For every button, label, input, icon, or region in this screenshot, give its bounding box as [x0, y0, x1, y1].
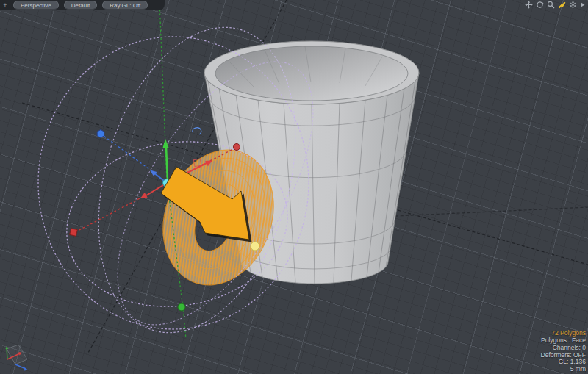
- gizmo-z-axis[interactable]: [97, 130, 167, 184]
- stat-grid-size: 5 mm: [541, 366, 586, 373]
- screen-rotate-curl-icon[interactable]: [193, 128, 201, 134]
- x-ring-handle-2[interactable]: [234, 144, 240, 151]
- viewport-toolbar: [525, 1, 586, 9]
- active-tool-icon[interactable]: [558, 1, 566, 9]
- highlight-vertex[interactable]: [251, 242, 259, 251]
- orbit-icon[interactable]: [536, 1, 544, 9]
- options-icon[interactable]: [569, 1, 577, 9]
- y-ring-handle[interactable]: [178, 303, 185, 311]
- x-ring-handle[interactable]: [70, 229, 78, 237]
- shading-style-button[interactable]: Default: [64, 1, 97, 10]
- viewport-stats: 72 Polygons Polygons : Face Channels: 0 …: [541, 330, 586, 373]
- raygl-toggle-button[interactable]: Ray GL: Off: [102, 1, 148, 10]
- expand-icon[interactable]: [580, 1, 586, 9]
- view-type-button[interactable]: Perspective: [13, 1, 59, 10]
- pan-icon[interactable]: [525, 1, 533, 9]
- z-ring-handle[interactable]: [97, 130, 104, 138]
- workplane-indicator: [1, 343, 32, 373]
- 3d-viewport[interactable]: + Perspective Default Ray GL: Off: [0, 0, 588, 374]
- zoom-icon[interactable]: [547, 1, 555, 9]
- viewport-header: + Perspective Default Ray GL: Off: [0, 0, 165, 10]
- scene-canvas[interactable]: [0, 0, 588, 374]
- add-viewport-icon[interactable]: +: [2, 2, 8, 9]
